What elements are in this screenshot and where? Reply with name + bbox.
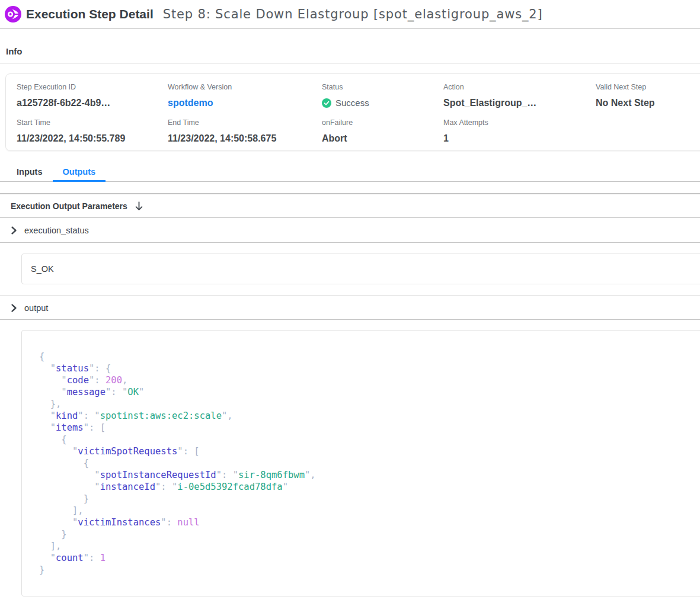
info-field-value: 11/23/2022, 14:50:58.675 <box>168 133 322 143</box>
info-field-label: Step Execution ID <box>17 83 168 91</box>
arrow-down-icon[interactable] <box>135 201 143 211</box>
info-field-max-attempts: Max Attempts 1 <box>443 118 596 143</box>
tab-bar: InputsOutputs <box>0 151 700 182</box>
param-name: execution_status <box>24 226 89 235</box>
info-field-label: onFailure <box>322 118 443 127</box>
info-field-label: Status <box>322 83 443 91</box>
info-field-action: Action Spot_Elastigroup_… <box>443 83 596 108</box>
info-field-step-execution-id: Step Execution ID a125728f-6b22-4b9… <box>17 83 168 108</box>
chevron-right-icon <box>9 226 18 235</box>
page-subtitle: Step 8: Scale Down Elastgroup [spot_elas… <box>163 7 543 21</box>
info-section-heading: Info <box>0 29 700 63</box>
info-field-value[interactable]: spotdemo <box>168 98 322 108</box>
info-field-value: 11/23/2022, 14:50:55.789 <box>17 133 168 143</box>
info-field-value: No Next Step <box>596 98 700 108</box>
info-field-value: Spot_Elastigroup_… <box>443 98 596 108</box>
info-field-label: Start Time <box>17 118 168 127</box>
info-field-value: 1 <box>443 133 596 143</box>
info-field-workflow-version: Workflow & Version spotdemo <box>168 83 322 108</box>
info-field-status: Status Success <box>322 83 443 108</box>
app-header: Execution Step Detail Step 8: Scale Down… <box>0 0 700 29</box>
execution-status-value-box: S_OK <box>21 254 700 284</box>
param-row-execution-status[interactable]: execution_status <box>0 218 700 243</box>
tab-inputs[interactable]: Inputs <box>7 151 53 181</box>
tab-outputs[interactable]: Outputs <box>53 151 106 181</box>
param-row-output[interactable]: output <box>0 296 700 320</box>
info-field-valid-next-step: Valid Next Step No Next Step <box>596 83 700 108</box>
info-field-label: Workflow & Version <box>168 83 322 91</box>
params-title: Execution Output Parameters <box>11 201 127 211</box>
chevron-right-icon <box>9 304 18 312</box>
spot-logo-icon <box>5 6 21 23</box>
info-field-label: Max Attempts <box>443 118 596 127</box>
info-field-label: Valid Next Step <box>596 83 700 91</box>
success-check-icon <box>322 98 331 108</box>
output-json-box: { "status": { "code": 200, "message": "O… <box>21 330 700 596</box>
info-field-label: Action <box>443 83 596 91</box>
page-title: Execution Step Detail <box>26 7 154 21</box>
execution-status-value: S_OK <box>31 264 54 274</box>
info-field-value: Abort <box>322 133 443 143</box>
info-field-value: a125728f-6b22-4b9… <box>17 98 168 108</box>
param-name: output <box>24 303 48 313</box>
output-json-code: { "status": { "code": 200, "message": "O… <box>22 331 700 576</box>
info-card: Step Execution ID a125728f-6b22-4b9… Wor… <box>5 73 700 151</box>
info-field-end-time: End Time 11/23/2022, 14:50:58.675 <box>168 118 322 143</box>
info-field-label: End Time <box>168 118 322 127</box>
info-field-value: Success <box>322 98 443 108</box>
info-field-onfailure: onFailure Abort <box>322 118 443 143</box>
info-field-start-time: Start Time 11/23/2022, 14:50:55.789 <box>17 118 168 143</box>
params-header: Execution Output Parameters <box>0 194 700 218</box>
